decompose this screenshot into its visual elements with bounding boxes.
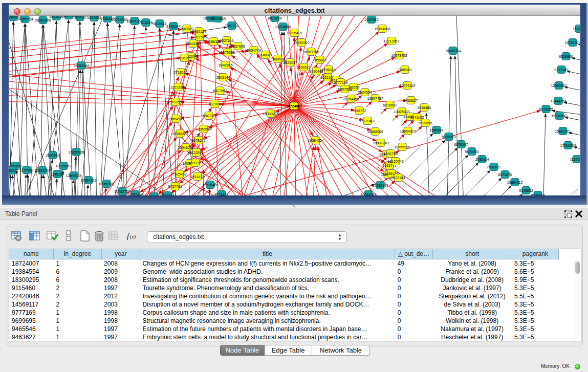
- svg-text:4893310: 4893310: [188, 161, 202, 165]
- svg-text:16210643: 16210643: [551, 114, 567, 118]
- svg-text:10973493: 10973493: [391, 54, 407, 57]
- svg-text:1006733: 1006733: [383, 152, 397, 156]
- svg-text:16961758: 16961758: [303, 50, 319, 54]
- svg-text:10046788: 10046788: [178, 146, 193, 149]
- svg-text:8223410: 8223410: [531, 193, 545, 195]
- svg-text:19654923: 19654923: [400, 129, 416, 133]
- svg-text:1588520: 1588520: [271, 57, 285, 61]
- svg-text:8427552: 8427552: [213, 89, 227, 93]
- svg-text:7986372: 7986372: [352, 109, 366, 113]
- svg-text:5322037: 5322037: [283, 61, 297, 64]
- svg-text:8441102: 8441102: [410, 116, 424, 119]
- svg-text:2935114: 2935114: [475, 158, 489, 161]
- svg-text:12444154: 12444154: [550, 99, 566, 103]
- svg-text:7515526: 7515526: [139, 21, 153, 25]
- svg-text:15751074: 15751074: [564, 41, 580, 45]
- svg-text:8612344: 8612344: [160, 194, 174, 195]
- svg-text:5875685: 5875685: [221, 51, 234, 54]
- svg-text:3624554: 3624554: [358, 91, 372, 94]
- svg-text:1115682: 1115682: [20, 168, 33, 172]
- svg-text:1640954: 1640954: [429, 128, 443, 132]
- svg-text:29053346: 29053346: [73, 64, 89, 68]
- svg-text:8215955: 8215955: [539, 107, 553, 111]
- svg-text:9329966: 9329966: [559, 55, 573, 58]
- svg-text:16648784: 16648784: [445, 49, 461, 53]
- svg-text:18807249: 18807249: [373, 141, 388, 145]
- svg-text:9777169: 9777169: [334, 81, 347, 84]
- svg-text:10655287: 10655287: [72, 16, 88, 19]
- svg-text:9245652: 9245652: [519, 189, 533, 192]
- svg-text:7357224: 7357224: [225, 24, 238, 28]
- svg-text:1112733: 1112733: [573, 27, 580, 31]
- svg-text:3267150: 3267150: [202, 114, 215, 118]
- svg-text:7955812: 7955812: [313, 58, 326, 62]
- svg-text:10975867: 10975867: [55, 164, 71, 168]
- svg-text:15720407: 15720407: [359, 119, 375, 123]
- svg-text:8813054: 8813054: [268, 16, 281, 20]
- svg-text:11325419: 11325419: [287, 31, 302, 35]
- svg-text:19654933: 19654933: [168, 117, 184, 121]
- svg-text:5938923: 5938923: [442, 135, 455, 139]
- svg-text:12213369: 12213369: [170, 85, 186, 89]
- svg-text:9327505: 9327505: [192, 35, 206, 39]
- svg-text:17016504: 17016504: [560, 144, 576, 147]
- svg-text:9699695: 9699695: [418, 121, 432, 125]
- svg-text:7625402: 7625402: [172, 172, 186, 176]
- svg-text:16033810: 16033810: [210, 17, 226, 20]
- svg-text:2803144: 2803144: [216, 76, 230, 79]
- svg-text:2718176: 2718176: [173, 71, 187, 74]
- svg-text:2020657: 2020657: [46, 154, 59, 157]
- svg-text:10654112: 10654112: [507, 181, 523, 184]
- svg-text:2087682: 2087682: [364, 18, 378, 21]
- svg-text:15300275: 15300275: [263, 112, 278, 116]
- svg-text:8222871: 8222871: [189, 151, 203, 155]
- svg-text:9474444: 9474444: [465, 150, 478, 154]
- svg-text:12213957: 12213957: [383, 39, 399, 43]
- svg-text:14136141: 14136141: [372, 184, 388, 187]
- svg-text:2522144: 2522144: [391, 176, 405, 180]
- svg-text:617004: 617004: [209, 102, 221, 106]
- svg-text:17359928: 17359928: [68, 150, 84, 154]
- svg-text:9115460: 9115460: [418, 106, 431, 110]
- svg-text:17957223: 17957223: [80, 179, 96, 182]
- svg-text:7485063: 7485063: [398, 68, 411, 72]
- svg-text:1527602: 1527602: [87, 16, 101, 19]
- svg-text:18724007: 18724007: [286, 104, 302, 108]
- svg-text:12505135: 12505135: [66, 174, 81, 178]
- svg-text:8186328: 8186328: [207, 40, 221, 43]
- svg-text:10107553: 10107553: [167, 100, 183, 104]
- svg-text:8454749: 8454749: [247, 49, 260, 52]
- svg-text:16543382: 16543382: [185, 42, 201, 46]
- svg-text:9457791: 9457791: [168, 185, 182, 188]
- svg-text:6794028: 6794028: [321, 68, 335, 72]
- svg-text:10688609: 10688609: [367, 130, 383, 134]
- svg-text:16120746: 16120746: [387, 160, 403, 163]
- svg-text:6897508: 6897508: [338, 87, 352, 91]
- svg-text:3915411: 3915411: [9, 169, 18, 172]
- svg-text:20691406: 20691406: [35, 18, 51, 22]
- svg-text:12093852: 12093852: [551, 84, 567, 87]
- svg-text:9896201: 9896201: [177, 56, 191, 60]
- svg-text:9415541: 9415541: [153, 22, 166, 26]
- svg-text:1145194: 1145194: [51, 172, 64, 176]
- svg-text:12975115: 12975115: [400, 84, 416, 87]
- svg-text:6879197: 6879197: [454, 143, 468, 146]
- svg-text:9174421: 9174421: [214, 193, 228, 195]
- svg-text:16154808: 16154808: [374, 27, 390, 31]
- svg-text:15640910: 15640910: [293, 41, 309, 45]
- svg-text:10756928: 10756928: [394, 145, 410, 149]
- svg-text:(x): (x): [130, 234, 136, 240]
- svg-text:8678342: 8678342: [191, 139, 205, 142]
- svg-text:9146821: 9146821: [258, 53, 272, 57]
- svg-text:19166827: 19166827: [172, 132, 188, 136]
- svg-text:9327546: 9327546: [220, 39, 233, 42]
- svg-text:12923448: 12923448: [127, 193, 143, 195]
- svg-text:15692971: 15692971: [555, 129, 571, 133]
- svg-text:24055724: 24055724: [17, 17, 33, 21]
- svg-text:8126544: 8126544: [166, 25, 180, 28]
- svg-text:9227349: 9227349: [554, 68, 568, 72]
- svg-text:1162615: 1162615: [297, 65, 311, 69]
- svg-text:12942757: 12942757: [34, 169, 50, 172]
- svg-text:9245011: 9245011: [147, 195, 161, 195]
- svg-text:9463627: 9463627: [404, 99, 418, 102]
